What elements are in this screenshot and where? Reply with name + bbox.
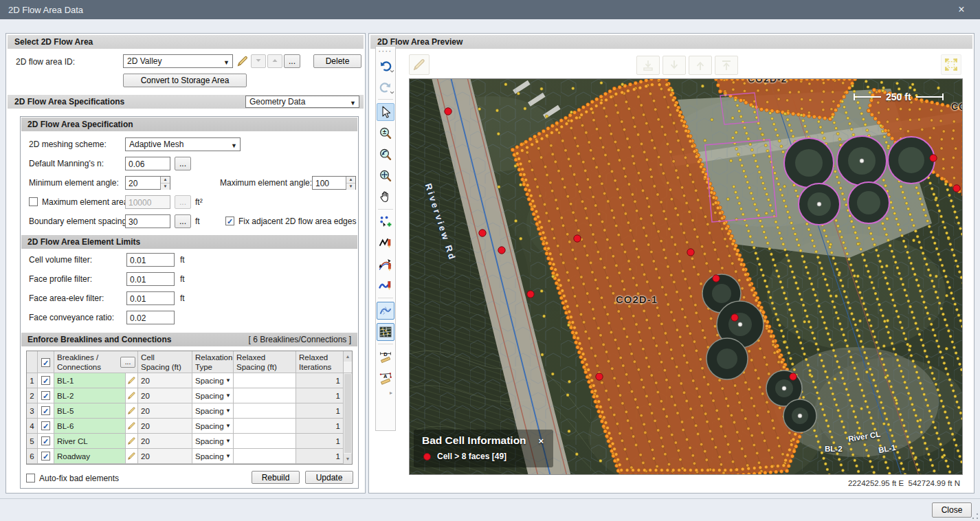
convert-to-storage-area-button[interactable]: Convert to Storage Area [123, 74, 247, 87]
browse-flow-areas-button[interactable]: ... [284, 54, 300, 68]
close-button[interactable]: Close [932, 502, 972, 518]
rename-flow-area-pencil-icon[interactable] [236, 55, 249, 67]
draw-polyline-button[interactable] [377, 234, 394, 252]
delete-button[interactable]: Delete [313, 54, 361, 68]
breakline-name-cell[interactable]: BL-5 [54, 403, 126, 418]
face-area-elev-filter-input[interactable] [126, 291, 175, 305]
pan-tool-button[interactable] [377, 188, 394, 206]
row-checkbox[interactable] [41, 376, 50, 385]
max-area-checkbox[interactable] [29, 197, 38, 206]
cell-volume-filter-input[interactable] [126, 253, 175, 267]
manning-browse-button[interactable]: ... [175, 157, 191, 170]
measure-distance-button[interactable]: D [377, 348, 394, 366]
bad-cell-close-icon[interactable]: × [539, 436, 544, 446]
table-row[interactable]: 1 BL-1 20 Spacing 1 [27, 373, 343, 388]
rebuild-button[interactable]: Rebuild [252, 471, 300, 484]
face-conveyance-ratio-input[interactable] [126, 311, 175, 324]
manning-input[interactable] [125, 157, 170, 170]
data-mode-combobox[interactable]: Geometry Data [245, 96, 359, 108]
fix-adjacent-checkbox[interactable] [225, 217, 234, 225]
row-checkbox[interactable] [41, 452, 50, 461]
row-checkbox[interactable] [41, 421, 50, 430]
redo-button[interactable] [377, 78, 394, 96]
edit-pencil-icon[interactable] [127, 452, 136, 461]
breakline-name-cell[interactable]: BL-1 [54, 373, 126, 388]
lower-selection-button[interactable] [662, 56, 686, 75]
move-down-button[interactable] [251, 54, 266, 68]
table-scrollbar[interactable]: ▲ [343, 351, 352, 373]
relaxed-spacing-cell[interactable] [234, 434, 296, 448]
relaxation-type-dropdown[interactable]: Spacing [192, 434, 234, 448]
relaxed-spacing-cell[interactable] [234, 403, 296, 418]
zoom-to-extents-corner-button[interactable] [941, 54, 961, 75]
edit-pencil-icon[interactable] [127, 436, 136, 445]
zoom-extents-button[interactable] [377, 167, 394, 185]
map-viewport[interactable]: CO2D-2 CO2 CO2D-1 River CL BL-2 BL-1 Riv… [409, 78, 963, 475]
relaxed-spacing-cell[interactable] [234, 419, 296, 433]
table-row[interactable]: 2 BL-2 20 Spacing 1 [27, 388, 343, 403]
raise-selection-button[interactable] [689, 56, 712, 75]
boundary-browse-button[interactable]: ... [175, 214, 191, 228]
face-profile-filter-input[interactable] [126, 272, 175, 286]
cell-spacing-cell[interactable]: 20 [138, 449, 192, 463]
import-elevation-button[interactable] [636, 56, 660, 75]
relaxed-iterations-cell[interactable]: 1 [296, 403, 343, 418]
min-angle-spinner[interactable]: ▲▼ [160, 177, 170, 189]
cell-spacing-cell[interactable]: 20 [138, 419, 192, 433]
edit-breaklines-button[interactable] [377, 302, 394, 320]
zoom-in-out-button[interactable]: ± [377, 124, 394, 142]
max-area-browse-button[interactable]: ... [175, 195, 191, 209]
breakline-name-cell[interactable]: BL-2 [54, 388, 126, 403]
relaxation-type-dropdown[interactable]: Spacing [192, 403, 234, 418]
edit-mesh-button[interactable] [377, 323, 394, 341]
relaxed-spacing-cell[interactable] [234, 388, 296, 403]
relaxed-spacing-cell[interactable] [234, 449, 296, 463]
autofix-checkbox[interactable] [26, 474, 35, 483]
zoom-previous-button[interactable] [377, 146, 394, 164]
measure-area-button[interactable]: A [377, 369, 394, 387]
table-row[interactable]: 6 Roadway 20 Spacing 1 [27, 449, 343, 464]
breakline-name-cell[interactable]: BL-6 [54, 419, 126, 433]
max-area-input[interactable] [125, 195, 170, 209]
edit-pencil-icon[interactable] [127, 421, 136, 430]
relaxed-iterations-cell[interactable]: 1 [296, 388, 343, 403]
relaxed-iterations-cell[interactable]: 1 [296, 373, 343, 388]
meshing-scheme-combobox[interactable]: Adaptive Mesh [125, 137, 241, 151]
edit-pencil-icon[interactable] [127, 406, 136, 415]
undo-button[interactable] [377, 57, 394, 75]
toolbar-collapse-icon[interactable]: ▸ [390, 390, 392, 396]
table-row[interactable]: 5 River CL 20 Spacing 1 [27, 434, 343, 449]
draw-pencil-button[interactable] [409, 54, 430, 75]
edit-pencil-icon[interactable] [127, 391, 136, 400]
title-bar[interactable]: 2D Flow Area Data × [0, 0, 980, 19]
relaxation-type-dropdown[interactable]: Spacing [192, 419, 234, 433]
cell-spacing-cell[interactable]: 20 [138, 388, 192, 403]
relaxation-type-dropdown[interactable]: Spacing [192, 373, 234, 388]
flow-area-id-combobox[interactable]: 2D Valley [123, 54, 233, 68]
relaxation-type-dropdown[interactable]: Spacing [192, 449, 234, 463]
relaxation-type-dropdown[interactable]: Spacing [192, 388, 234, 403]
relaxed-iterations-cell[interactable]: 1 [296, 434, 343, 448]
table-row[interactable]: 3 BL-5 20 Spacing 1 [27, 403, 343, 419]
breakline-name-cell[interactable]: River CL [54, 434, 126, 448]
cell-spacing-cell[interactable]: 20 [138, 403, 192, 418]
toolbar-grip-handle[interactable]: ···· [379, 48, 392, 55]
select-tool-button[interactable] [377, 103, 394, 121]
max-angle-spinner[interactable]: ▲▼ [346, 177, 355, 189]
boundary-spacing-input[interactable] [125, 214, 170, 228]
edit-points-button[interactable] [377, 213, 394, 231]
update-button[interactable]: Update [305, 471, 353, 484]
breaklines-browse-button[interactable]: ... [120, 357, 135, 368]
close-icon[interactable]: × [951, 3, 972, 16]
draw-arc-button[interactable] [377, 256, 394, 274]
resize-grip[interactable] [972, 513, 979, 520]
relaxed-spacing-cell[interactable] [234, 373, 296, 388]
table-row[interactable]: 4 BL-6 20 Spacing 1 [27, 419, 343, 434]
row-checkbox[interactable] [41, 406, 50, 415]
move-up-button[interactable] [267, 54, 282, 68]
edit-pencil-icon[interactable] [127, 376, 136, 385]
relaxed-iterations-cell[interactable]: 1 [296, 449, 343, 463]
select-all-checkbox[interactable] [41, 358, 50, 367]
cell-spacing-cell[interactable]: 20 [138, 373, 192, 388]
row-checkbox[interactable] [41, 436, 50, 445]
